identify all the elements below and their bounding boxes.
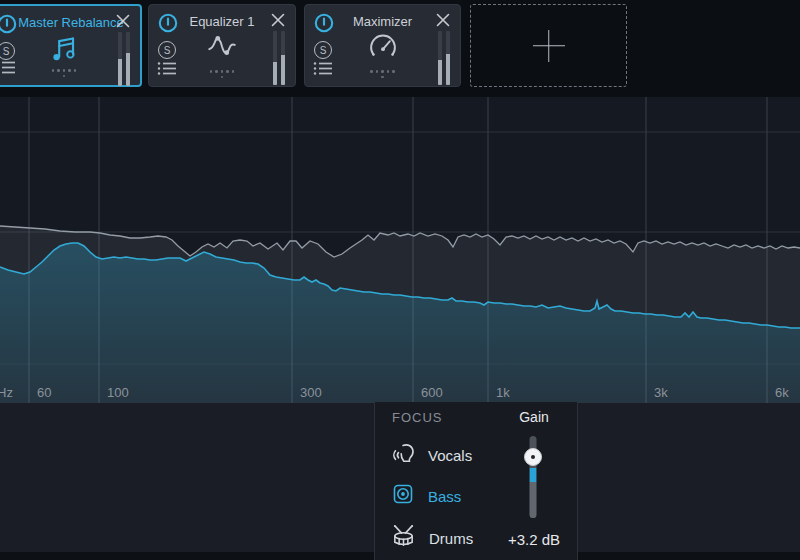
bass-icon xyxy=(390,481,416,511)
gain-slider-thumb[interactable] xyxy=(524,448,542,466)
module-chain: Master Rebalance S Equalizer 1 S xyxy=(0,0,800,98)
tick-label: 600 xyxy=(421,385,443,400)
drag-handle[interactable] xyxy=(209,70,235,78)
close-icon[interactable] xyxy=(435,12,451,28)
add-module-button[interactable] xyxy=(470,4,627,87)
focus-option-label: Vocals xyxy=(428,447,472,464)
preset-menu-icon[interactable] xyxy=(313,61,333,76)
level-meters xyxy=(273,31,285,85)
tick-label: 3k xyxy=(654,385,668,400)
vocals-icon xyxy=(390,440,416,470)
tick-label: 60 xyxy=(37,385,51,400)
close-icon[interactable] xyxy=(115,13,131,29)
gauge-icon xyxy=(305,29,460,63)
plus-icon xyxy=(533,30,565,62)
module-card-equalizer[interactable]: Equalizer 1 S xyxy=(148,4,296,87)
tick-label: Hz xyxy=(0,385,13,400)
focus-title: FOCUS xyxy=(392,410,443,425)
level-meters xyxy=(118,32,130,86)
spectrum-analyzer: Hz601003006001k3k6k xyxy=(0,97,800,403)
module-card-master-rebalance[interactable]: Master Rebalance S xyxy=(0,4,142,87)
tick-label: 1k xyxy=(496,385,510,400)
tick-label: 300 xyxy=(300,385,322,400)
focus-option-label: Bass xyxy=(428,488,461,505)
level-meters xyxy=(438,31,450,85)
tick-label: 6k xyxy=(775,385,789,400)
tick-label: 100 xyxy=(107,385,129,400)
gain-value: +3.2 dB xyxy=(484,531,584,548)
focus-popup: FOCUS Gain Vocals Bass xyxy=(374,402,578,560)
focus-option-label: Drums xyxy=(429,530,473,547)
drag-handle[interactable] xyxy=(370,70,396,78)
drag-handle[interactable] xyxy=(51,69,77,77)
preset-menu-icon[interactable] xyxy=(157,61,177,76)
focus-option-vocals[interactable]: Vocals xyxy=(390,438,510,472)
gain-slider[interactable] xyxy=(510,433,556,533)
close-icon[interactable] xyxy=(270,12,286,28)
focus-option-bass[interactable]: Bass xyxy=(390,479,510,513)
drums-icon xyxy=(390,523,417,553)
gain-label: Gain xyxy=(484,409,584,425)
module-card-maximizer[interactable]: Maximizer S xyxy=(304,4,461,87)
